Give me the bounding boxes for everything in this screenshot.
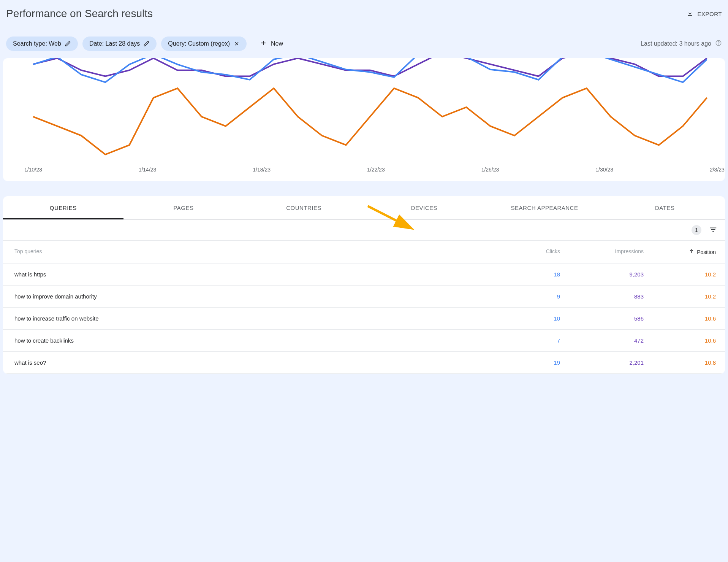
- chip-label: Query: Custom (regex): [168, 40, 230, 47]
- cell-query: what is https: [14, 271, 503, 278]
- download-icon: [686, 10, 694, 18]
- table-row[interactable]: how to improve domain authority988310.2: [3, 286, 725, 308]
- cell-clicks: 10: [503, 315, 560, 322]
- cell-query: what is seo?: [14, 359, 503, 366]
- chip-label: Date: Last 28 days: [89, 40, 140, 47]
- tab-dates[interactable]: DATES: [605, 196, 725, 219]
- table-row[interactable]: what is seo?192,20110.8: [3, 352, 725, 374]
- cell-impressions: 586: [560, 315, 644, 322]
- chip-label: Search type: Web: [13, 40, 61, 47]
- cell-query: how to create backlinks: [14, 337, 503, 344]
- table-toolbar: 1: [3, 220, 725, 241]
- cell-position: 10.2: [644, 293, 716, 300]
- column-header-position[interactable]: Position: [644, 248, 716, 256]
- cell-clicks: 7: [503, 337, 560, 344]
- cell-position: 10.6: [644, 315, 716, 322]
- plus-icon: [260, 39, 267, 48]
- last-updated: Last updated: 3 hours ago: [641, 40, 722, 48]
- column-header-clicks[interactable]: Clicks: [503, 248, 560, 256]
- table-row[interactable]: what is https189,20310.2: [3, 264, 725, 286]
- cell-position: 10.6: [644, 337, 716, 344]
- cell-impressions: 2,201: [560, 359, 644, 366]
- table-body: what is https189,20310.2how to improve d…: [3, 264, 725, 374]
- cell-position: 10.8: [644, 359, 716, 366]
- cell-impressions: 883: [560, 293, 644, 300]
- svg-point-1: [718, 44, 719, 44]
- pencil-icon: [144, 41, 150, 47]
- page-title: Performance on Search results: [6, 8, 153, 20]
- chart-card: 1/10/231/14/231/18/231/22/231/26/231/30/…: [3, 58, 725, 181]
- chart-x-axis: 1/10/231/14/231/18/231/22/231/26/231/30/…: [3, 167, 725, 181]
- cell-clicks: 19: [503, 359, 560, 366]
- table-row[interactable]: how to increase traffic on website105861…: [3, 308, 725, 330]
- help-icon[interactable]: [715, 40, 722, 48]
- cell-impressions: 9,203: [560, 271, 644, 278]
- cell-query: how to increase traffic on website: [14, 315, 503, 322]
- tab-pages[interactable]: PAGES: [123, 196, 244, 219]
- cell-impressions: 472: [560, 337, 644, 344]
- column-header-impressions[interactable]: Impressions: [560, 248, 644, 256]
- column-header-position-label: Position: [697, 249, 716, 255]
- last-updated-text: Last updated: 3 hours ago: [641, 40, 711, 47]
- cell-clicks: 18: [503, 271, 560, 278]
- filter-chip-date[interactable]: Date: Last 28 days: [82, 37, 157, 51]
- page-header: Performance on Search results EXPORT: [0, 0, 728, 29]
- close-icon[interactable]: [234, 41, 240, 47]
- new-label: New: [271, 40, 283, 47]
- export-button[interactable]: EXPORT: [686, 10, 722, 18]
- filter-chip-search-type[interactable]: Search type: Web: [6, 37, 78, 51]
- tab-countries[interactable]: COUNTRIES: [244, 196, 364, 219]
- cell-position: 10.2: [644, 271, 716, 278]
- performance-chart: [3, 58, 725, 167]
- filter-chip-query[interactable]: Query: Custom (regex): [161, 37, 247, 51]
- queries-table-card: QUERIESPAGESCOUNTRIESDEVICESSEARCH APPEA…: [3, 196, 725, 374]
- export-label: EXPORT: [698, 11, 722, 17]
- pencil-icon: [65, 41, 71, 47]
- table-row[interactable]: how to create backlinks747210.6: [3, 330, 725, 352]
- filter-list-icon[interactable]: [709, 225, 717, 235]
- tab-queries[interactable]: QUERIES: [3, 196, 123, 219]
- table-tabs: QUERIESPAGESCOUNTRIESDEVICESSEARCH APPEA…: [3, 196, 725, 220]
- column-header-query[interactable]: Top queries: [14, 248, 503, 256]
- sort-asc-icon: [688, 248, 695, 256]
- filter-count-badge[interactable]: 1: [692, 225, 701, 235]
- cell-query: how to improve domain authority: [14, 293, 503, 300]
- tab-search-appearance[interactable]: SEARCH APPEARANCE: [484, 196, 605, 219]
- tab-devices[interactable]: DEVICES: [364, 196, 484, 219]
- cell-clicks: 9: [503, 293, 560, 300]
- table-header-row: Top queries Clicks Impressions Position: [3, 241, 725, 264]
- new-filter-button[interactable]: New: [254, 35, 288, 52]
- filters-bar: Search type: Web Date: Last 28 days Quer…: [0, 29, 728, 58]
